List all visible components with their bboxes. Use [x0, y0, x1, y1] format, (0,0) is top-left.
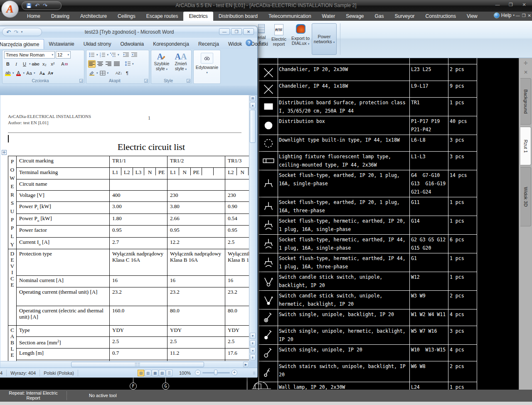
align-right-button[interactable]: [105, 60, 112, 68]
word-tab-wstawianie[interactable]: Wstawianie: [44, 39, 79, 49]
scroll-down-button[interactable]: ▼: [250, 333, 256, 339]
clear-formatting-button[interactable]: A: [61, 60, 68, 68]
font-color-dropdown-icon[interactable]: ▾: [23, 71, 25, 75]
line-spacing-dropdown-icon[interactable]: ▾: [132, 62, 134, 66]
sort-button[interactable]: AZ↓: [115, 69, 123, 77]
outline-view-button[interactable]: ▧: [159, 370, 165, 376]
add-view-icon[interactable]: ✛: [519, 60, 532, 66]
zoom-in-button[interactable]: +: [232, 370, 237, 376]
scroll-up-button[interactable]: ▲: [250, 102, 256, 108]
bullets-button[interactable]: [88, 51, 96, 59]
word-titlebar[interactable]: ↶ ↷ ▾ test23 [Tryb zgodności] - Microsof…: [0, 26, 257, 38]
language-indicator[interactable]: Polski (Polska): [40, 370, 78, 376]
borders-button[interactable]: [99, 69, 106, 77]
word-tab-korespondencja[interactable]: Korespondencja: [148, 39, 194, 49]
draft-view-button[interactable]: ☰: [166, 370, 172, 376]
align-center-button[interactable]: [96, 60, 104, 68]
resize-grip[interactable]: ⠿: [253, 371, 256, 376]
highlight-dropdown-icon[interactable]: ▾: [12, 71, 14, 75]
find-button[interactable]: [201, 53, 213, 64]
editing-dropdown-icon[interactable]: ▾: [206, 71, 208, 74]
font-size-combo[interactable]: 12▾: [56, 51, 71, 59]
page-indicator[interactable]: 4: [0, 370, 7, 376]
strikethrough-button[interactable]: abe: [32, 60, 40, 68]
numbering-dropdown-icon[interactable]: ▾: [107, 53, 109, 56]
word-tab-widok[interactable]: Widok: [224, 39, 246, 49]
decrease-indent-button[interactable]: [122, 51, 130, 59]
font-color-button[interactable]: A: [15, 69, 22, 77]
cad-tab-constructions[interactable]: Constructions: [420, 12, 461, 21]
word-minimize-button[interactable]: —: [219, 28, 230, 35]
redo-icon[interactable]: ↷: [43, 3, 47, 8]
highlight-color-button[interactable]: ab: [4, 69, 12, 77]
word-tab-układ-strony[interactable]: Układ strony: [79, 39, 116, 49]
editing-group-label[interactable]: Edytowanie: [196, 65, 218, 70]
cad-tab-escape-routes[interactable]: Escape routes: [141, 12, 184, 21]
repeat-icon[interactable]: ↷: [14, 29, 18, 35]
increase-indent-button[interactable]: [131, 51, 138, 59]
word-tab-narzędzia-główne[interactable]: Narzędzia główne: [0, 39, 44, 49]
cad-tab-telecommunication[interactable]: Telecommunication: [263, 12, 317, 21]
power-networks-button[interactable]: Power networks ▾: [312, 23, 337, 55]
cad-tab-architecture[interactable]: Architecture: [75, 12, 112, 21]
multilevel-list-button[interactable]: [109, 51, 117, 59]
zoom-out-button[interactable]: −: [195, 370, 201, 376]
shading-button[interactable]: [88, 69, 96, 77]
horizontal-scrollbar[interactable]: ▒▒ ▶: [0, 361, 249, 368]
cad-minimize-button[interactable]: —: [493, 2, 502, 7]
undo-icon[interactable]: ↶: [35, 3, 39, 8]
numbering-button[interactable]: 123: [99, 51, 106, 59]
previous-page-button[interactable]: ⇞: [250, 340, 256, 346]
bold-button[interactable]: B: [4, 60, 12, 68]
italic-button[interactable]: I: [12, 60, 20, 68]
shading-dropdown-icon[interactable]: ▾: [96, 71, 98, 75]
cad-tab-water[interactable]: Water: [317, 12, 341, 21]
word-tab-odwołania[interactable]: Odwołania: [116, 39, 148, 49]
export-to-dialux-button[interactable]: Export to DIALux ▾: [290, 24, 311, 46]
cad-tab-view[interactable]: View: [461, 12, 483, 21]
vertical-scrollbar[interactable]: ▤ ▲ ▼ ⇞ ● ⇟: [249, 95, 256, 361]
font-dialog-launcher[interactable]: ◿: [79, 79, 83, 83]
borders-dropdown-icon[interactable]: ▾: [107, 71, 109, 75]
customize-qat-icon[interactable]: ▾: [21, 30, 23, 34]
word-tab-recenzja[interactable]: Recenzja: [194, 39, 224, 49]
cad-tab-ceilings[interactable]: Ceilings: [112, 12, 141, 21]
change-case-button[interactable]: Aa: [25, 69, 33, 77]
word-maximize-button[interactable]: ❐: [231, 28, 242, 35]
view-tab-rzut-1[interactable]: Rzut 1: [520, 127, 531, 165]
show-marks-button[interactable]: ¶: [123, 69, 131, 77]
word-close-button[interactable]: ✕: [243, 28, 254, 35]
undo-icon[interactable]: ↶: [6, 29, 11, 35]
line-spacing-button[interactable]: [124, 60, 131, 68]
scrollbar-thumb[interactable]: [250, 110, 256, 143]
fullscreen-view-button[interactable]: ▥: [145, 370, 151, 376]
ruler-toggle-button[interactable]: ▤: [250, 96, 256, 101]
doc-minimize-button[interactable]: —: [516, 13, 520, 18]
next-page-button[interactable]: ⇟: [250, 354, 256, 361]
zoom-slider-thumb[interactable]: [214, 370, 217, 375]
grow-font-button[interactable]: A▴: [39, 69, 46, 77]
save-icon[interactable]: [26, 3, 32, 8]
select-browse-object-button[interactable]: ●: [250, 347, 256, 353]
arcadia-logo[interactable]: A: [1, 0, 19, 18]
paragraph-dialog-launcher[interactable]: ◿: [144, 79, 148, 83]
underline-button[interactable]: U: [21, 60, 28, 68]
styles-dialog-launcher[interactable]: ◿: [187, 79, 190, 83]
change-styles-button[interactable]: AA Zmień style ▾: [172, 51, 190, 77]
justify-button[interactable]: [113, 60, 121, 68]
web-layout-view-button[interactable]: ▦: [152, 370, 158, 376]
cad-tab-gas[interactable]: Gas: [369, 12, 389, 21]
scroll-right-button[interactable]: ▶: [243, 362, 249, 367]
view-tab-background[interactable]: Background: [520, 78, 531, 125]
word-document[interactable]: ArCADia-ELECTRICAL INSTALLATIONS Author:…: [0, 95, 249, 361]
word-count[interactable]: Wyrazy: 404: [7, 370, 40, 376]
close-view-icon[interactable]: ✕: [519, 69, 532, 75]
cad-tab-distribution-board[interactable]: Distribution board: [213, 12, 263, 21]
word-help-button[interactable]: ?: [246, 39, 252, 46]
cad-tab-sewage[interactable]: Sewage: [340, 12, 369, 21]
multilevel-dropdown-icon[interactable]: ▾: [118, 53, 119, 56]
change-case-dropdown-icon[interactable]: ▾: [34, 71, 35, 75]
superscript-button[interactable]: x²: [49, 60, 57, 68]
cad-tab-electrics[interactable]: Electrics: [183, 12, 213, 21]
cad-tab-drawing[interactable]: Drawing: [46, 12, 75, 21]
